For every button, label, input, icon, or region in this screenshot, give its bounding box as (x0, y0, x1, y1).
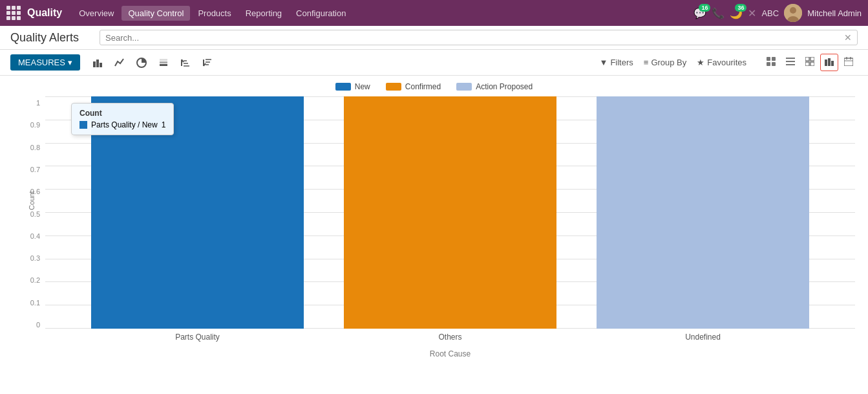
y-tick-08: 0.8 (13, 144, 45, 151)
menu-configuration[interactable]: Configuration (290, 6, 352, 21)
descending-sort-button[interactable] (198, 55, 217, 71)
svg-rect-26 (810, 57, 814, 61)
svg-rect-18 (767, 57, 770, 61)
ascending-sort-button[interactable] (176, 55, 195, 71)
legend-action-proposed-color (456, 83, 472, 91)
menu-reporting[interactable]: Reporting (239, 6, 288, 21)
kanban-view-button[interactable] (762, 54, 780, 71)
y-tick-04: 0.4 (13, 232, 45, 240)
x-axis-title: Root Cause (45, 349, 855, 358)
chevron-down-icon: ▾ (68, 58, 72, 67)
search-clear-icon[interactable]: ✕ (844, 32, 852, 43)
groupby-icon: ≡ (644, 58, 649, 67)
app-brand: Quality (27, 7, 62, 19)
svg-rect-28 (810, 62, 814, 66)
search-bar[interactable]: ✕ (100, 30, 858, 45)
groupby-button[interactable]: ≡ Group By (644, 58, 687, 67)
star-icon: ★ (697, 58, 704, 67)
svg-rect-25 (805, 57, 809, 61)
svg-rect-32 (844, 58, 853, 66)
phone-icon[interactable]: 📞 (712, 7, 725, 19)
chat-icon[interactable]: 💬 16 (693, 7, 706, 19)
top-menu: Overview Quality Control Products Report… (72, 6, 691, 21)
barchart-view-button[interactable] (820, 54, 838, 71)
avatar[interactable] (784, 4, 802, 22)
y-axis-title: Count (28, 191, 36, 210)
svg-rect-21 (772, 62, 776, 66)
svg-rect-20 (767, 62, 770, 66)
legend-new: New (335, 82, 370, 91)
bar-group-undefined (597, 96, 809, 329)
bar-others-confirmed[interactable] (344, 96, 556, 329)
svg-point-1 (790, 7, 796, 14)
page-header: Quality Alerts ✕ (0, 26, 868, 50)
svg-rect-29 (825, 60, 827, 66)
y-tick-02: 0.2 (13, 276, 45, 284)
y-tick-0: 0 (13, 321, 45, 329)
legend-confirmed-label: Confirmed (405, 82, 441, 91)
y-tick-01: 0.1 (13, 299, 45, 307)
filter-icon: ▼ (600, 58, 608, 67)
svg-rect-8 (160, 61, 167, 63)
moon-badge: 36 (735, 4, 746, 12)
y-tick-07: 0.7 (13, 166, 45, 173)
y-tick-03: 0.3 (13, 254, 45, 262)
pie-chart-type-button[interactable] (132, 55, 151, 71)
bar-undefined-action-proposed[interactable] (597, 96, 809, 329)
topnav-right: 💬 16 📞 🌙 36 ✕ ABC Mitchell Admin (693, 4, 862, 22)
moon-icon[interactable]: 🌙 36 (730, 7, 743, 19)
nav-separator: ✕ (748, 7, 756, 19)
measures-button[interactable]: MEASURES ▾ (10, 54, 80, 71)
menu-products[interactable]: Products (191, 6, 237, 21)
nav-abc[interactable]: ABC (761, 8, 779, 18)
svg-rect-24 (786, 64, 795, 65)
filter-group: ▼ Filters ≡ Group By ★ Favourites (600, 58, 746, 67)
svg-rect-5 (100, 63, 102, 67)
x-label-parts-quality: Parts Quality (91, 333, 303, 342)
top-navigation: Quality Overview Quality Control Product… (0, 0, 868, 26)
svg-rect-22 (786, 58, 795, 59)
bar-group-others (344, 96, 556, 329)
chart-plot: Count (45, 96, 855, 348)
page-title: Quality Alerts (10, 31, 79, 45)
legend-action-proposed: Action Proposed (456, 82, 533, 91)
filters-button[interactable]: ▼ Filters (600, 58, 633, 67)
menu-overview[interactable]: Overview (72, 6, 120, 21)
legend-confirmed: Confirmed (386, 82, 441, 91)
username-label[interactable]: Mitchell Admin (807, 8, 862, 18)
bar-chart-type-button[interactable] (88, 55, 107, 71)
x-labels: Parts Quality Others Undefined (45, 333, 855, 342)
svg-rect-30 (828, 58, 831, 66)
chat-badge: 16 (699, 4, 710, 12)
legend-action-proposed-label: Action Proposed (476, 82, 533, 91)
search-input[interactable] (105, 33, 842, 43)
legend-confirmed-color (386, 83, 401, 91)
svg-rect-9 (160, 59, 167, 61)
y-tick-09: 0.9 (13, 121, 45, 129)
svg-rect-19 (772, 57, 776, 61)
app-grid-icon[interactable] (6, 6, 21, 20)
bar-group-parts-quality (91, 96, 303, 329)
svg-rect-23 (786, 61, 795, 62)
action-bar: MEASURES ▾ ▼ Filters ≡ Group By (0, 50, 868, 76)
view-icons (762, 54, 858, 71)
chart-area: 0 0.1 0.2 0.3 0.4 0.5 0.6 0.7 0.8 0.9 1 … (13, 96, 855, 348)
chart-type-icons (88, 55, 217, 71)
svg-rect-3 (93, 61, 96, 67)
bar-parts-quality-new[interactable] (91, 96, 303, 329)
svg-rect-27 (805, 62, 809, 66)
chart-legend: New Confirmed Action Proposed (13, 82, 855, 91)
y-tick-10: 1 (13, 99, 45, 107)
list-view-button[interactable] (781, 54, 799, 71)
line-chart-type-button[interactable] (110, 55, 129, 71)
x-label-undefined: Undefined (597, 333, 809, 342)
favourites-button[interactable]: ★ Favourites (697, 58, 746, 67)
legend-new-label: New (355, 82, 370, 91)
calendar-view-button[interactable] (840, 54, 858, 71)
menu-quality-control[interactable]: Quality Control (122, 6, 190, 21)
pivot-view-button[interactable] (801, 54, 819, 71)
x-label-others: Others (344, 333, 556, 342)
svg-rect-4 (96, 60, 99, 67)
bars-container (45, 96, 855, 329)
stacked-chart-type-button[interactable] (154, 55, 173, 71)
